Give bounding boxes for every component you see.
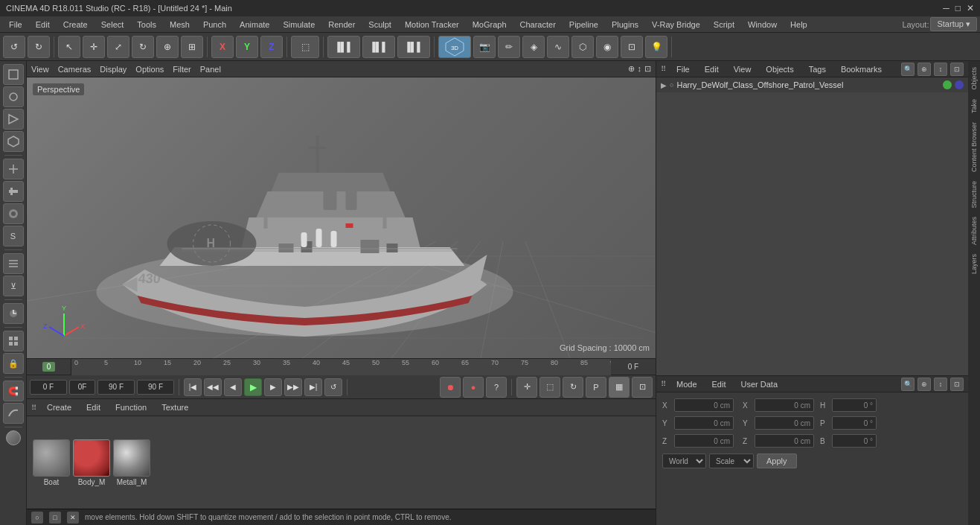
frame-end2-input[interactable] (137, 380, 174, 395)
tab-attributes[interactable]: Attributes (969, 214, 979, 248)
attr-z2-val[interactable] (755, 434, 814, 448)
om-objects[interactable]: Objects (761, 63, 798, 75)
status-icon-1[interactable]: ○ (31, 512, 43, 524)
sidebar-btn-8[interactable]: S (3, 226, 24, 246)
menu-edit[interactable]: Edit (30, 19, 56, 31)
select-tool[interactable]: ↖ (58, 36, 80, 58)
pb-icon-4[interactable]: P (586, 377, 606, 398)
attr-p-val[interactable] (832, 416, 877, 430)
sidebar-btn-lock[interactable]: 🔒 (3, 353, 24, 374)
om-edit[interactable]: Edit (700, 63, 723, 75)
material-metallm[interactable]: Metall_M (113, 439, 150, 486)
om-tags[interactable]: Tags (804, 63, 830, 75)
frame-start-input[interactable] (30, 380, 67, 395)
timeline-btn1[interactable]: ▐▌▌ (327, 36, 360, 58)
vp-icon-3[interactable]: ⊡ (644, 64, 651, 74)
redo-button[interactable]: ↻ (28, 36, 50, 58)
scale-tool[interactable]: ⤢ (107, 36, 129, 58)
prev-step-button[interactable]: ◀ (224, 378, 242, 396)
fx-btn[interactable]: ⊡ (621, 36, 643, 58)
om-icon-4[interactable]: ⊡ (950, 63, 964, 76)
apply-button[interactable]: Apply (757, 454, 797, 468)
keyframe-button[interactable]: ● (463, 377, 484, 398)
menu-file[interactable]: File (3, 19, 28, 31)
menu-sculpt[interactable]: Sculpt (362, 19, 397, 31)
viewport-cameras[interactable]: Cameras (58, 65, 92, 74)
menu-simulate[interactable]: Simulate (277, 19, 321, 31)
minimize-button[interactable]: ─ (943, 3, 949, 13)
mat-function[interactable]: Function (111, 401, 151, 413)
transform-tool[interactable]: ⊕ (156, 36, 179, 58)
tab-content-browser[interactable]: Content Browser (969, 119, 979, 175)
viewport-panel[interactable]: Panel (200, 65, 221, 74)
record-button[interactable]: ⏺ (440, 377, 461, 398)
attr-y-pos[interactable] (674, 416, 734, 430)
attr-x-pos[interactable] (674, 398, 734, 412)
menu-mograph[interactable]: MoGraph (467, 19, 513, 31)
spline-btn[interactable]: ∿ (547, 36, 569, 58)
goto-start-button[interactable]: |◀ (184, 378, 202, 396)
menu-help[interactable]: Help (784, 19, 813, 31)
attr-icon-3[interactable]: ↕ (934, 378, 947, 391)
light-btn[interactable]: 💡 (645, 36, 667, 58)
camera-btn[interactable]: 📷 (473, 36, 496, 58)
layout-selector[interactable]: Startup ▾ (930, 17, 977, 31)
pb-icon-3[interactable]: ↻ (563, 377, 583, 398)
tab-take[interactable]: Take (969, 96, 979, 116)
pb-icon-2[interactable]: ⬚ (539, 377, 560, 398)
menu-mesh[interactable]: Mesh (164, 19, 196, 31)
viewport-options[interactable]: Options (135, 65, 164, 74)
om-file[interactable]: File (672, 63, 694, 75)
menu-motion-tracker[interactable]: Motion Tracker (399, 19, 465, 31)
sidebar-btn-magnet[interactable]: 🧲 (3, 381, 24, 401)
attr-icon-search[interactable]: 🔍 (901, 378, 915, 391)
viewport-display[interactable]: Display (100, 65, 126, 74)
loop-button[interactable]: ↺ (324, 378, 342, 396)
frame-current-input[interactable] (69, 380, 95, 395)
pb-icon-6[interactable]: ⊡ (632, 377, 653, 398)
sidebar-btn-1[interactable] (3, 64, 24, 85)
tab-layers[interactable]: Layers (969, 251, 979, 277)
mat-texture[interactable]: Texture (157, 401, 193, 413)
status-icon-3[interactable]: ✕ (67, 512, 79, 524)
menu-character[interactable]: Character (514, 19, 562, 31)
frame-end-input[interactable] (97, 380, 135, 395)
pb-icon-5[interactable]: ▦ (609, 377, 630, 398)
sidebar-btn-9[interactable] (3, 253, 24, 274)
render-region[interactable]: ⬚ (291, 36, 319, 58)
sidebar-btn-6[interactable] (3, 181, 24, 202)
maximize-button[interactable]: □ (955, 3, 961, 13)
viewport-view[interactable]: View (31, 65, 49, 74)
attr-y2-val[interactable] (755, 416, 814, 430)
attr-icon-4[interactable]: ⊡ (950, 378, 964, 391)
sidebar-btn-4[interactable] (3, 131, 24, 152)
material-btn[interactable]: ◈ (522, 36, 545, 58)
timeline-btn2[interactable]: ▐▌▌ (362, 36, 395, 58)
timeline-ruler[interactable]: 0 5 10 15 20 25 30 35 40 45 50 55 60 65 … (71, 359, 611, 375)
attr-icon-2[interactable]: ⊕ (917, 378, 931, 391)
menu-animate[interactable]: Animate (234, 19, 275, 31)
tab-objects[interactable]: Objects (969, 64, 979, 93)
help-button[interactable]: ? (486, 377, 507, 398)
menu-window[interactable]: Window (742, 19, 783, 31)
menu-punch[interactable]: Punch (197, 19, 232, 31)
x-axis[interactable]: X (211, 36, 234, 58)
object-expand-icon[interactable]: ▶ (661, 81, 667, 89)
sidebar-btn-2[interactable] (3, 86, 24, 107)
sidebar-btn-sculpt[interactable] (3, 403, 24, 424)
status-icon-2[interactable]: □ (49, 512, 61, 524)
object-render-dot[interactable] (955, 80, 964, 89)
attr-h-val[interactable] (832, 398, 877, 412)
sidebar-btn-10[interactable]: ⊻ (3, 276, 24, 296)
material-boat[interactable]: Boat (33, 439, 70, 486)
menu-pipeline[interactable]: Pipeline (563, 19, 604, 31)
mat-edit[interactable]: Edit (82, 401, 105, 413)
unknown-tool[interactable]: ⊞ (181, 36, 203, 58)
pen-tool[interactable]: ✏ (498, 36, 520, 58)
menu-vray[interactable]: V-Ray Bridge (646, 19, 706, 31)
om-icon-3[interactable]: ↕ (934, 63, 947, 76)
mat-create[interactable]: Create (42, 401, 76, 413)
attr-z-pos[interactable] (674, 434, 734, 448)
object-visible-dot[interactable] (943, 80, 952, 89)
play-button[interactable]: ▶ (244, 378, 262, 396)
